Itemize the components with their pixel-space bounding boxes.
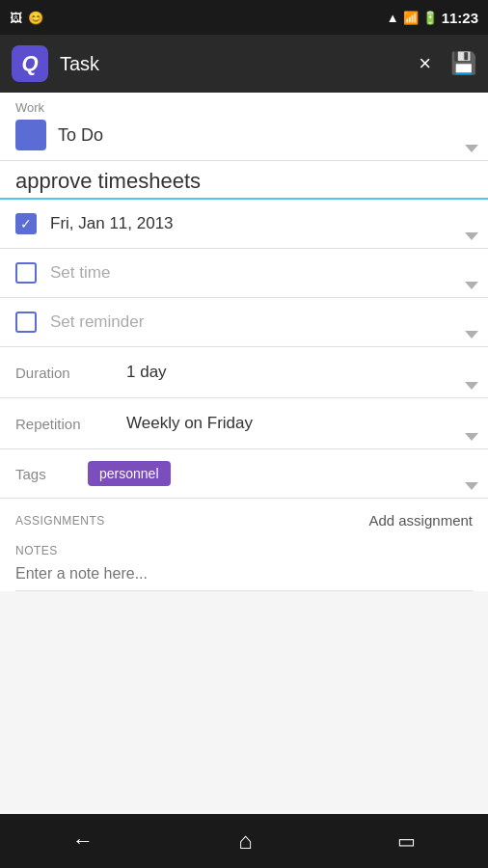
repetition-row[interactable]: Repetition Weekly on Friday bbox=[0, 398, 488, 449]
tags-row[interactable]: Tags personnel bbox=[0, 449, 488, 499]
tag-chip[interactable]: personnel bbox=[88, 461, 171, 486]
app-logo: Q bbox=[12, 45, 48, 82]
date-checkbox[interactable] bbox=[15, 213, 37, 234]
back-button[interactable] bbox=[72, 828, 94, 854]
status-bar: 🖼 😊 ▲ 📶 🔋 11:23 bbox=[0, 0, 488, 35]
notification-icon: 🖼 bbox=[10, 11, 22, 25]
notes-section: NOTES bbox=[0, 534, 488, 591]
date-row[interactable]: Fri, Jan 11, 2013 bbox=[0, 200, 488, 249]
set-reminder-label: Set reminder bbox=[50, 312, 144, 332]
main-content: Work To Do Fri, Jan 11, 2013 Set time Se… bbox=[0, 93, 488, 591]
repetition-label: Repetition bbox=[15, 416, 126, 432]
set-time-label: Set time bbox=[50, 263, 110, 283]
category-value: To Do bbox=[58, 125, 103, 146]
duration-label: Duration bbox=[15, 365, 126, 381]
task-name-row bbox=[0, 161, 488, 200]
set-reminder-checkbox[interactable] bbox=[15, 312, 37, 333]
notes-input[interactable] bbox=[15, 565, 473, 591]
work-label: Work bbox=[15, 100, 44, 115]
tags-label: Tags bbox=[15, 466, 88, 482]
add-assignment-button[interactable]: Add assignment bbox=[368, 512, 473, 529]
set-reminder-arrow-icon bbox=[465, 331, 478, 339]
bottom-nav bbox=[0, 814, 488, 868]
status-bar-left: 🖼 😊 bbox=[10, 11, 43, 25]
app-bar: Q Task × 💾 bbox=[0, 35, 488, 93]
tags-arrow-icon bbox=[465, 482, 478, 490]
status-time: 11:23 bbox=[442, 10, 478, 26]
assignments-row: ASSIGNMENTS Add assignment bbox=[0, 499, 488, 534]
battery-icon: 🔋 bbox=[422, 11, 438, 25]
app-title: Task bbox=[60, 53, 419, 75]
home-button[interactable] bbox=[238, 827, 253, 854]
date-value: Fri, Jan 11, 2013 bbox=[50, 214, 174, 233]
app-bar-actions: × 💾 bbox=[419, 51, 476, 76]
repetition-arrow-icon bbox=[465, 433, 478, 441]
close-button[interactable]: × bbox=[419, 51, 431, 76]
task-name-input[interactable] bbox=[15, 169, 473, 194]
notes-label: NOTES bbox=[15, 544, 473, 557]
category-row[interactable]: Work To Do bbox=[0, 93, 488, 161]
recents-button[interactable] bbox=[397, 828, 416, 854]
category-arrow-icon bbox=[465, 145, 478, 152]
app-icon: 😊 bbox=[28, 11, 43, 25]
save-button[interactable]: 💾 bbox=[450, 51, 476, 76]
duration-value: 1 day bbox=[126, 363, 167, 382]
status-bar-right: ▲ 📶 🔋 11:23 bbox=[387, 10, 478, 26]
set-reminder-row[interactable]: Set reminder bbox=[0, 298, 488, 347]
duration-row[interactable]: Duration 1 day bbox=[0, 347, 488, 398]
wifi-icon: ▲ bbox=[387, 11, 399, 25]
signal-icon: 📶 bbox=[403, 11, 419, 25]
set-time-row[interactable]: Set time bbox=[0, 249, 488, 298]
repetition-value: Weekly on Friday bbox=[126, 414, 253, 433]
set-time-arrow-icon bbox=[465, 282, 478, 289]
date-arrow-icon bbox=[465, 232, 478, 240]
assignments-label: ASSIGNMENTS bbox=[15, 514, 105, 528]
category-color-box bbox=[15, 120, 46, 150]
duration-arrow-icon bbox=[465, 382, 478, 390]
set-time-checkbox[interactable] bbox=[15, 262, 37, 284]
